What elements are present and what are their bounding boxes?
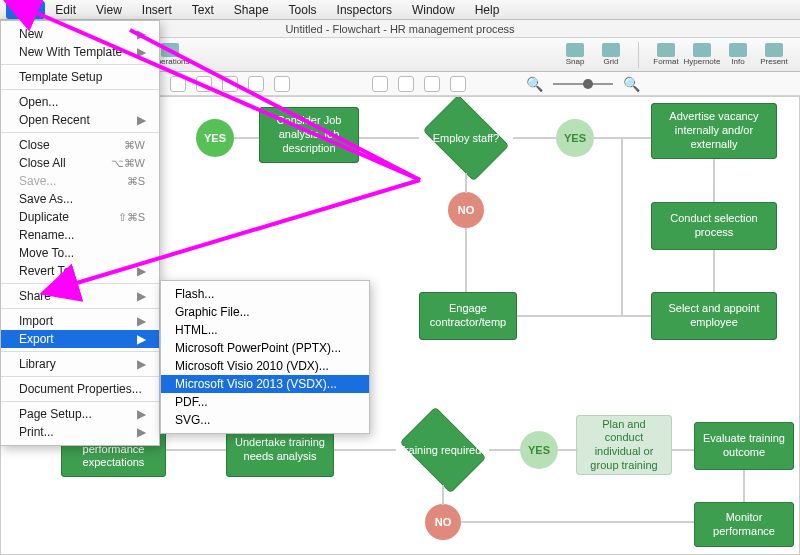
menu-item-new[interactable]: New▶ bbox=[1, 25, 159, 43]
zoom-slider[interactable] bbox=[553, 83, 613, 85]
connector bbox=[621, 137, 623, 315]
picker-icon[interactable] bbox=[450, 76, 466, 92]
menu-item-open[interactable]: Open... bbox=[1, 93, 159, 111]
no-node[interactable]: NO bbox=[425, 504, 461, 540]
menu-item-rename[interactable]: Rename... bbox=[1, 226, 159, 244]
tool-icon[interactable] bbox=[248, 76, 264, 92]
connector bbox=[558, 449, 578, 451]
zoom-in-icon[interactable]: 🔍 bbox=[623, 76, 640, 92]
export-submenu: Flash...Graphic File...HTML...Microsoft … bbox=[160, 280, 370, 434]
file-menu-dropdown: New▶New With Template▶Template SetupOpen… bbox=[0, 20, 160, 446]
menu-item-template-setup[interactable]: Template Setup bbox=[1, 68, 159, 86]
menu-item-save-as[interactable]: Save As... bbox=[1, 190, 159, 208]
menu-item-document-properties[interactable]: Document Properties... bbox=[1, 380, 159, 398]
menu-inspectors[interactable]: Inspectors bbox=[327, 1, 402, 19]
submenu-item-svg[interactable]: SVG... bbox=[161, 411, 369, 429]
menu-item-save: Save...⌘S bbox=[1, 172, 159, 190]
menu-separator bbox=[1, 308, 159, 309]
process-node-evaluate[interactable]: Evaluate training outcome bbox=[694, 422, 794, 470]
decision-text: Employ staff? bbox=[416, 103, 516, 173]
yes-node[interactable]: YES bbox=[556, 119, 594, 157]
submenu-item-microsoft-powerpoint-pptx[interactable]: Microsoft PowerPoint (PPTX)... bbox=[161, 339, 369, 357]
menubar: FileEditViewInsertTextShapeToolsInspecto… bbox=[0, 0, 800, 20]
crop-icon[interactable] bbox=[424, 76, 440, 92]
yes-node[interactable]: YES bbox=[520, 431, 558, 469]
menu-item-share[interactable]: Share▶ bbox=[1, 287, 159, 305]
hypernote-button[interactable]: Hypernote bbox=[685, 42, 719, 68]
menu-separator bbox=[1, 283, 159, 284]
connector bbox=[465, 228, 467, 292]
hand-icon[interactable] bbox=[398, 76, 414, 92]
connector bbox=[334, 449, 396, 451]
tool-icon[interactable] bbox=[170, 76, 186, 92]
connector bbox=[489, 449, 521, 451]
menu-separator bbox=[1, 351, 159, 352]
menu-item-move-to[interactable]: Move To... bbox=[1, 244, 159, 262]
menu-separator bbox=[1, 64, 159, 65]
connector bbox=[713, 250, 715, 292]
connector bbox=[359, 137, 419, 139]
menu-shape[interactable]: Shape bbox=[224, 1, 279, 19]
menu-view[interactable]: View bbox=[86, 1, 132, 19]
menu-item-print[interactable]: Print...▶ bbox=[1, 423, 159, 441]
connector bbox=[672, 449, 694, 451]
eyedropper-icon[interactable] bbox=[372, 76, 388, 92]
menu-separator bbox=[1, 89, 159, 90]
info-button[interactable]: Info bbox=[721, 42, 755, 68]
connector bbox=[166, 449, 226, 451]
menu-insert[interactable]: Insert bbox=[132, 1, 182, 19]
menu-separator bbox=[1, 376, 159, 377]
submenu-item-microsoft-visio-2010-vdx[interactable]: Microsoft Visio 2010 (VDX)... bbox=[161, 357, 369, 375]
decision-node-employ[interactable]: Employ staff? bbox=[416, 103, 516, 173]
connector bbox=[442, 485, 444, 505]
connector bbox=[743, 470, 745, 502]
present-button[interactable]: Present bbox=[757, 42, 791, 68]
tool-icon[interactable] bbox=[274, 76, 290, 92]
process-node-selection[interactable]: Conduct selection process bbox=[651, 202, 777, 250]
connector bbox=[461, 521, 694, 523]
menu-tools[interactable]: Tools bbox=[279, 1, 327, 19]
process-node-advertise[interactable]: Advertise vacancy internally and/or exte… bbox=[651, 103, 777, 159]
decision-text: Training required? bbox=[393, 415, 493, 485]
menu-text[interactable]: Text bbox=[182, 1, 224, 19]
tool-icon[interactable] bbox=[196, 76, 212, 92]
submenu-item-microsoft-visio-2013-vsdx[interactable]: Microsoft Visio 2013 (VSDX)... bbox=[161, 375, 369, 393]
connector bbox=[465, 173, 467, 193]
tool-icon[interactable] bbox=[222, 76, 238, 92]
menu-item-import[interactable]: Import▶ bbox=[1, 312, 159, 330]
menu-item-library[interactable]: Library▶ bbox=[1, 355, 159, 373]
menu-edit[interactable]: Edit bbox=[45, 1, 86, 19]
process-node-appoint[interactable]: Select and appoint employee bbox=[651, 292, 777, 340]
menu-item-export[interactable]: Export▶ bbox=[1, 330, 159, 348]
view-toolgroup: SnapGrid bbox=[554, 42, 632, 68]
menu-item-open-recent[interactable]: Open Recent▶ bbox=[1, 111, 159, 129]
yes-node[interactable]: YES bbox=[196, 119, 234, 157]
zoom-out-icon[interactable]: 🔍 bbox=[526, 76, 543, 92]
menu-item-page-setup[interactable]: Page Setup...▶ bbox=[1, 405, 159, 423]
submenu-item-flash[interactable]: Flash... bbox=[161, 285, 369, 303]
process-node-monitor[interactable]: Monitor performance bbox=[694, 502, 794, 547]
menu-item-close[interactable]: Close⌘W bbox=[1, 136, 159, 154]
submenu-item-html[interactable]: HTML... bbox=[161, 321, 369, 339]
connector bbox=[513, 137, 558, 139]
decision-node-training[interactable]: Training required? bbox=[393, 415, 493, 485]
menu-file[interactable]: File bbox=[6, 1, 45, 19]
no-node[interactable]: NO bbox=[448, 192, 484, 228]
right-toolgroup: FormatHypernoteInfoPresent bbox=[645, 42, 795, 68]
menu-item-revert-to[interactable]: Revert To▶ bbox=[1, 262, 159, 280]
snap-button[interactable]: Snap bbox=[558, 42, 592, 68]
process-node-plan[interactable]: Plan and conduct individual or group tra… bbox=[576, 415, 672, 475]
submenu-item-pdf[interactable]: PDF... bbox=[161, 393, 369, 411]
connector bbox=[234, 137, 259, 139]
menu-item-close-all[interactable]: Close All⌥⌘W bbox=[1, 154, 159, 172]
menu-item-duplicate[interactable]: Duplicate⇧⌘S bbox=[1, 208, 159, 226]
grid-button[interactable]: Grid bbox=[594, 42, 628, 68]
submenu-item-graphic-file[interactable]: Graphic File... bbox=[161, 303, 369, 321]
connector bbox=[713, 159, 715, 202]
menu-window[interactable]: Window bbox=[402, 1, 465, 19]
menu-help[interactable]: Help bbox=[465, 1, 510, 19]
format-button[interactable]: Format bbox=[649, 42, 683, 68]
menu-item-new-with-template[interactable]: New With Template▶ bbox=[1, 43, 159, 61]
process-node-consider[interactable]: Consider Job analysis Job description bbox=[259, 107, 359, 163]
process-node-engage[interactable]: Engage contractor/temp bbox=[419, 292, 517, 340]
